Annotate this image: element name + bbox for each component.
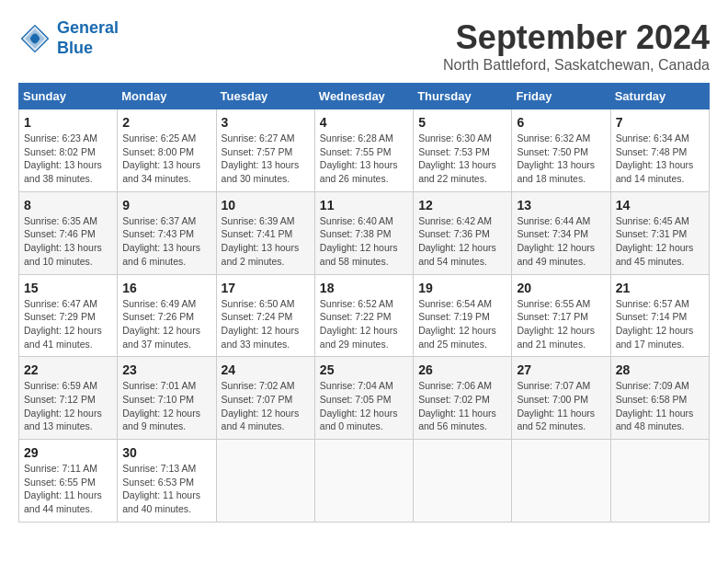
calendar-cell: 21Sunrise: 6:57 AM Sunset: 7:14 PM Dayli… bbox=[610, 274, 709, 357]
day-number: 21 bbox=[616, 281, 704, 295]
day-number: 8 bbox=[24, 198, 112, 213]
day-info: Sunrise: 6:47 AM Sunset: 7:29 PM Dayligh… bbox=[24, 297, 112, 351]
calendar-cell bbox=[314, 440, 413, 523]
calendar-cell bbox=[610, 440, 709, 523]
calendar-cell: 1Sunrise: 6:23 AM Sunset: 8:02 PM Daylig… bbox=[19, 109, 118, 192]
calendar-cell: 9Sunrise: 6:37 AM Sunset: 7:43 PM Daylig… bbox=[118, 191, 216, 274]
day-number: 17 bbox=[222, 281, 310, 295]
day-number: 25 bbox=[320, 362, 408, 377]
day-number: 30 bbox=[122, 445, 210, 460]
day-number: 13 bbox=[517, 198, 605, 213]
calendar-cell: 11Sunrise: 6:40 AM Sunset: 7:38 PM Dayli… bbox=[314, 191, 413, 274]
day-info: Sunrise: 6:49 AM Sunset: 7:26 PM Dayligh… bbox=[122, 297, 210, 351]
day-info: Sunrise: 6:44 AM Sunset: 7:34 PM Dayligh… bbox=[517, 214, 605, 269]
day-info: Sunrise: 7:06 AM Sunset: 7:02 PM Dayligh… bbox=[418, 379, 506, 433]
day-number: 23 bbox=[122, 362, 210, 377]
header-cell-saturday: Saturday bbox=[610, 84, 709, 109]
calendar-cell: 5Sunrise: 6:30 AM Sunset: 7:53 PM Daylig… bbox=[414, 109, 512, 192]
day-info: Sunrise: 6:37 AM Sunset: 7:43 PM Dayligh… bbox=[122, 214, 210, 269]
day-number: 28 bbox=[616, 362, 704, 377]
calendar-cell: 4Sunrise: 6:28 AM Sunset: 7:55 PM Daylig… bbox=[314, 109, 413, 192]
calendar-cell: 10Sunrise: 6:39 AM Sunset: 7:41 PM Dayli… bbox=[216, 191, 314, 274]
title-section: September 2024 North Battleford, Saskatc… bbox=[443, 18, 710, 74]
day-info: Sunrise: 6:59 AM Sunset: 7:12 PM Dayligh… bbox=[24, 379, 112, 433]
calendar-cell: 20Sunrise: 6:55 AM Sunset: 7:17 PM Dayli… bbox=[512, 274, 610, 357]
day-number: 18 bbox=[320, 281, 408, 295]
calendar-cell: 12Sunrise: 6:42 AM Sunset: 7:36 PM Dayli… bbox=[414, 191, 512, 274]
header-cell-friday: Friday bbox=[512, 84, 610, 109]
logo: General Blue bbox=[18, 18, 119, 58]
day-info: Sunrise: 7:11 AM Sunset: 6:55 PM Dayligh… bbox=[24, 462, 112, 516]
header-cell-sunday: Sunday bbox=[19, 84, 118, 109]
main-title: September 2024 bbox=[443, 18, 710, 57]
calendar-cell: 15Sunrise: 6:47 AM Sunset: 7:29 PM Dayli… bbox=[19, 274, 118, 357]
day-info: Sunrise: 6:28 AM Sunset: 7:55 PM Dayligh… bbox=[320, 132, 408, 186]
day-number: 4 bbox=[320, 115, 408, 130]
day-number: 16 bbox=[122, 281, 210, 295]
day-info: Sunrise: 6:32 AM Sunset: 7:50 PM Dayligh… bbox=[517, 132, 605, 186]
day-number: 1 bbox=[24, 115, 112, 130]
day-number: 2 bbox=[122, 115, 210, 130]
calendar-cell bbox=[414, 440, 512, 523]
day-number: 19 bbox=[418, 281, 506, 295]
header: General Blue September 2024 North Battle… bbox=[18, 18, 710, 74]
header-cell-tuesday: Tuesday bbox=[216, 84, 314, 109]
day-info: Sunrise: 6:35 AM Sunset: 7:46 PM Dayligh… bbox=[24, 214, 112, 269]
calendar-cell: 7Sunrise: 6:34 AM Sunset: 7:48 PM Daylig… bbox=[610, 109, 709, 192]
day-info: Sunrise: 6:39 AM Sunset: 7:41 PM Dayligh… bbox=[222, 214, 310, 269]
calendar-week-5: 29Sunrise: 7:11 AM Sunset: 6:55 PM Dayli… bbox=[19, 440, 710, 523]
day-info: Sunrise: 7:02 AM Sunset: 7:07 PM Dayligh… bbox=[222, 379, 310, 433]
calendar-cell: 19Sunrise: 6:54 AM Sunset: 7:19 PM Dayli… bbox=[414, 274, 512, 357]
day-info: Sunrise: 7:04 AM Sunset: 7:05 PM Dayligh… bbox=[320, 379, 408, 433]
header-cell-wednesday: Wednesday bbox=[314, 84, 413, 109]
day-info: Sunrise: 7:13 AM Sunset: 6:53 PM Dayligh… bbox=[122, 462, 210, 516]
logo-icon bbox=[18, 22, 51, 55]
calendar-week-4: 22Sunrise: 6:59 AM Sunset: 7:12 PM Dayli… bbox=[19, 357, 710, 440]
calendar-week-2: 8Sunrise: 6:35 AM Sunset: 7:46 PM Daylig… bbox=[19, 191, 710, 274]
calendar-cell: 3Sunrise: 6:27 AM Sunset: 7:57 PM Daylig… bbox=[216, 109, 314, 192]
day-number: 14 bbox=[616, 198, 704, 213]
logo-text: General Blue bbox=[57, 18, 119, 58]
calendar-cell: 6Sunrise: 6:32 AM Sunset: 7:50 PM Daylig… bbox=[512, 109, 610, 192]
day-info: Sunrise: 6:34 AM Sunset: 7:48 PM Dayligh… bbox=[616, 132, 704, 186]
logo-line2: Blue bbox=[57, 39, 93, 57]
calendar-cell: 24Sunrise: 7:02 AM Sunset: 7:07 PM Dayli… bbox=[216, 357, 314, 440]
day-info: Sunrise: 6:55 AM Sunset: 7:17 PM Dayligh… bbox=[517, 297, 605, 351]
header-cell-thursday: Thursday bbox=[414, 84, 512, 109]
calendar-cell: 14Sunrise: 6:45 AM Sunset: 7:31 PM Dayli… bbox=[610, 191, 709, 274]
day-info: Sunrise: 6:57 AM Sunset: 7:14 PM Dayligh… bbox=[616, 297, 704, 351]
calendar-cell: 13Sunrise: 6:44 AM Sunset: 7:34 PM Dayli… bbox=[512, 191, 610, 274]
calendar-cell: 30Sunrise: 7:13 AM Sunset: 6:53 PM Dayli… bbox=[118, 440, 216, 523]
calendar-cell: 29Sunrise: 7:11 AM Sunset: 6:55 PM Dayli… bbox=[19, 440, 118, 523]
day-info: Sunrise: 6:40 AM Sunset: 7:38 PM Dayligh… bbox=[320, 214, 408, 269]
calendar-cell: 26Sunrise: 7:06 AM Sunset: 7:02 PM Dayli… bbox=[414, 357, 512, 440]
calendar-cell: 23Sunrise: 7:01 AM Sunset: 7:10 PM Dayli… bbox=[118, 357, 216, 440]
day-info: Sunrise: 6:30 AM Sunset: 7:53 PM Dayligh… bbox=[418, 132, 506, 186]
calendar-cell: 2Sunrise: 6:25 AM Sunset: 8:00 PM Daylig… bbox=[118, 109, 216, 192]
calendar-cell: 16Sunrise: 6:49 AM Sunset: 7:26 PM Dayli… bbox=[118, 274, 216, 357]
calendar-cell: 25Sunrise: 7:04 AM Sunset: 7:05 PM Dayli… bbox=[314, 357, 413, 440]
day-number: 10 bbox=[222, 198, 310, 213]
day-number: 20 bbox=[517, 281, 605, 295]
day-info: Sunrise: 6:45 AM Sunset: 7:31 PM Dayligh… bbox=[616, 214, 704, 269]
calendar-cell: 18Sunrise: 6:52 AM Sunset: 7:22 PM Dayli… bbox=[314, 274, 413, 357]
calendar-week-3: 15Sunrise: 6:47 AM Sunset: 7:29 PM Dayli… bbox=[19, 274, 710, 357]
logo-line1: General bbox=[57, 18, 119, 37]
day-info: Sunrise: 6:25 AM Sunset: 8:00 PM Dayligh… bbox=[122, 132, 210, 186]
day-number: 22 bbox=[24, 362, 112, 377]
day-info: Sunrise: 7:01 AM Sunset: 7:10 PM Dayligh… bbox=[122, 379, 210, 433]
calendar-cell: 8Sunrise: 6:35 AM Sunset: 7:46 PM Daylig… bbox=[19, 191, 118, 274]
calendar-cell: 17Sunrise: 6:50 AM Sunset: 7:24 PM Dayli… bbox=[216, 274, 314, 357]
day-number: 24 bbox=[222, 362, 310, 377]
day-info: Sunrise: 6:27 AM Sunset: 7:57 PM Dayligh… bbox=[222, 132, 310, 186]
day-info: Sunrise: 6:23 AM Sunset: 8:02 PM Dayligh… bbox=[24, 132, 112, 186]
day-info: Sunrise: 7:07 AM Sunset: 7:00 PM Dayligh… bbox=[517, 379, 605, 433]
calendar-table: SundayMondayTuesdayWednesdayThursdayFrid… bbox=[18, 83, 710, 523]
calendar-cell: 28Sunrise: 7:09 AM Sunset: 6:58 PM Dayli… bbox=[610, 357, 709, 440]
calendar-cell bbox=[512, 440, 610, 523]
day-info: Sunrise: 7:09 AM Sunset: 6:58 PM Dayligh… bbox=[616, 379, 704, 433]
day-number: 6 bbox=[517, 115, 605, 130]
day-number: 26 bbox=[418, 362, 506, 377]
day-number: 5 bbox=[418, 115, 506, 130]
day-info: Sunrise: 6:50 AM Sunset: 7:24 PM Dayligh… bbox=[222, 297, 310, 351]
